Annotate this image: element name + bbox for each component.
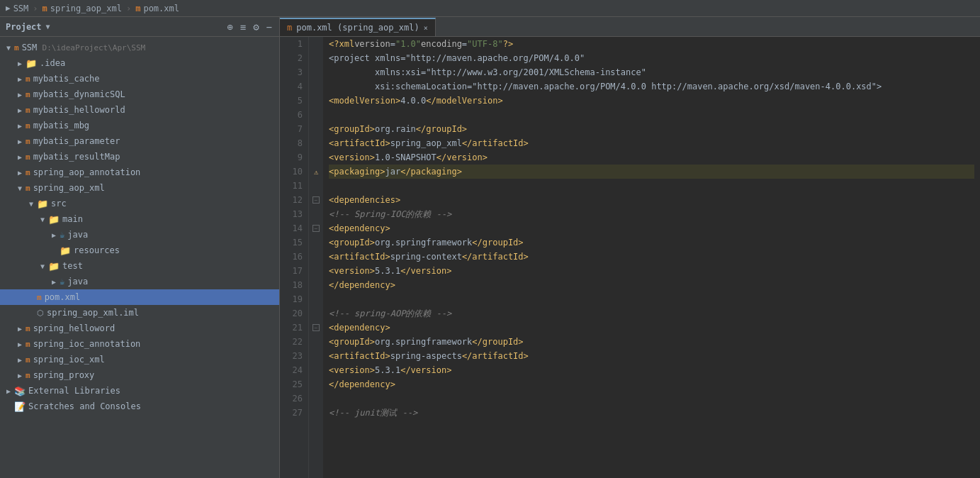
gutter-11 <box>309 179 323 193</box>
tree-item-spring-ioc-anno[interactable]: ▶ m spring_ioc_annotation <box>0 336 279 352</box>
tab-close-button[interactable]: × <box>424 24 428 32</box>
ext-libs-icon: 📚 <box>14 386 26 396</box>
tree-item-mybatis-dynamicsql[interactable]: ▶ m mybatis_dynamicSQL <box>0 87 279 102</box>
minimize-button[interactable]: − <box>265 20 274 34</box>
spring-aop-xml-icon: m <box>26 184 30 193</box>
gutter-15 <box>309 235 323 250</box>
spring-hw-arrow: ▶ <box>14 325 26 333</box>
fold-button[interactable]: − <box>312 324 320 331</box>
line-number-23: 23 <box>286 349 303 363</box>
tree-item-iml[interactable]: ⬡ spring_aop_xml.iml <box>0 305 279 321</box>
mybatis-rm-label: mybatis_resultMap <box>33 152 120 162</box>
line-number-24: 24 <box>286 363 303 377</box>
scratches-label: Scratches and Consoles <box>28 401 141 411</box>
gutter-24 <box>309 363 323 377</box>
breadcrumb-project-icon: m <box>43 4 47 13</box>
tree-item-mybatis-helloworld[interactable]: ▶ m mybatis_helloworld <box>0 102 279 118</box>
tree-item-spring-proxy[interactable]: ▶ m spring_proxy <box>0 367 279 383</box>
code-line-10: <packaging>jar</packaging> <box>329 165 974 179</box>
settings-button[interactable]: ⚙ <box>252 20 260 34</box>
tree-item-src[interactable]: ▼ 📁 src <box>0 196 279 211</box>
code-line-7: <groupId>org.rain</groupId> <box>329 122 974 136</box>
code-line-24: <version>5.3.1</version> <box>329 363 974 377</box>
code-editor[interactable]: 1234567891011121314151617181920212223242… <box>280 37 980 478</box>
gutter-12: − <box>309 193 323 207</box>
java-test-arrow: ▶ <box>48 278 60 286</box>
warning-icon: ⚠ <box>314 168 318 176</box>
tree-item-idea[interactable]: ▶ 📁 .idea <box>0 55 279 71</box>
tree-root-ssm[interactable]: ▼ m SSM D:\ideaProject\Apr\SSM <box>0 40 279 55</box>
mybatis-param-label: mybatis_parameter <box>33 136 120 146</box>
code-content[interactable]: <?xml version="1.0" encoding="UTF-8"?><p… <box>323 37 980 478</box>
src-arrow: ▼ <box>26 200 37 208</box>
line-number-21: 21 <box>286 321 303 335</box>
code-line-1: <?xml version="1.0" encoding="UTF-8"?> <box>329 37 974 51</box>
dropdown-icon[interactable]: ▼ <box>46 23 50 30</box>
tree-item-java-test[interactable]: ▶ ☕ java <box>0 274 279 289</box>
tree-item-scratches[interactable]: 📝 Scratches and Consoles <box>0 399 279 414</box>
main-arrow: ▼ <box>37 216 48 223</box>
mybatis-rm-arrow: ▶ <box>14 153 26 161</box>
sidebar-actions: ⊕ ≡ ⚙ − <box>225 20 274 34</box>
tree-item-resources[interactable]: 📁 resources <box>0 243 279 258</box>
code-line-19 <box>329 292 974 306</box>
test-folder-icon: 📁 <box>48 261 60 272</box>
code-line-3: xmlns:xsi="http://www.w3.org/2001/XMLSch… <box>329 65 974 79</box>
idea-folder-icon: 📁 <box>26 58 37 69</box>
tree-item-mybatis-cache[interactable]: ▶ m mybatis_cache <box>0 71 279 87</box>
code-line-13: <!-- Spring-IOC的依赖 --> <box>329 207 974 221</box>
tree-item-mybatis-param[interactable]: ▶ m mybatis_parameter <box>0 133 279 149</box>
mybatis-dyn-label: mybatis_dynamicSQL <box>33 89 125 99</box>
code-line-8: <artifactId>spring_aop_xml</artifactId> <box>329 136 974 150</box>
ext-libs-label: External Libraries <box>28 386 120 396</box>
tree-item-spring-aop-anno[interactable]: ▶ m spring_aop_annotation <box>0 165 279 180</box>
java-main-icon: ☕ <box>60 230 64 240</box>
tree-item-pom-xml[interactable]: m pom.xml <box>0 289 279 305</box>
scratches-icon: 📝 <box>14 401 26 412</box>
spring-proxy-label: spring_proxy <box>33 370 95 380</box>
tree-item-main[interactable]: ▼ 📁 main <box>0 211 279 227</box>
tree-item-mybatis-resultmap[interactable]: ▶ m mybatis_resultMap <box>0 149 279 165</box>
mybatis-hw-icon: m <box>26 106 30 115</box>
line-number-20: 20 <box>286 306 303 321</box>
line-number-27: 27 <box>286 406 303 420</box>
editor-area: m pom.xml (spring_aop_xml) × 12345678910… <box>280 17 980 478</box>
gutter-16 <box>309 250 323 264</box>
line-number-1: 1 <box>286 37 303 51</box>
code-line-27: <!-- junit测试 --> <box>329 406 974 420</box>
gutter-26 <box>309 391 323 406</box>
code-line-14: <dependency> <box>329 221 974 235</box>
line-number-15: 15 <box>286 235 303 250</box>
fold-button[interactable]: − <box>312 225 320 232</box>
tab-pom-xml[interactable]: m pom.xml (spring_aop_xml) × <box>280 18 436 36</box>
gutter-23 <box>309 349 323 363</box>
tree-item-spring-aop-xml[interactable]: ▼ m spring_aop_xml <box>0 180 279 196</box>
gutter-7 <box>309 122 323 136</box>
mybatis-dyn-icon: m <box>26 90 30 99</box>
tree-item-spring-hw[interactable]: ▶ m spring_helloword <box>0 321 279 336</box>
code-line-20: <!-- spring-AOP的依赖 --> <box>329 306 974 321</box>
line-number-10: 10 <box>286 165 303 179</box>
collapse-all-button[interactable]: ≡ <box>239 20 247 34</box>
mybatis-param-icon: m <box>26 137 30 146</box>
add-module-button[interactable]: ⊕ <box>225 20 234 34</box>
main-label: main <box>62 214 83 224</box>
line-number-5: 5 <box>286 94 303 108</box>
tree-item-java-main[interactable]: ▶ ☕ java <box>0 227 279 243</box>
gutter-27 <box>309 406 323 420</box>
tree-item-test[interactable]: ▼ 📁 test <box>0 258 279 274</box>
line-number-16: 16 <box>286 250 303 264</box>
gutter-22 <box>309 335 323 349</box>
spring-aop-anno-arrow: ▶ <box>14 169 26 177</box>
tree-item-ext-libs[interactable]: ▶ 📚 External Libraries <box>0 383 279 399</box>
line-numbers: 1234567891011121314151617181920212223242… <box>280 37 309 478</box>
code-line-21: <dependency> <box>329 321 974 335</box>
code-line-9: <version>1.0-SNAPSHOT</version> <box>329 150 974 165</box>
java-test-label: java <box>67 277 88 287</box>
line-number-22: 22 <box>286 335 303 349</box>
tree-item-mybatis-mbg[interactable]: ▶ m mybatis_mbg <box>0 118 279 133</box>
fold-button[interactable]: − <box>312 196 320 204</box>
line-number-7: 7 <box>286 122 303 136</box>
mybatis-cache-label: mybatis_cache <box>33 74 100 84</box>
tree-item-spring-ioc-xml[interactable]: ▶ m spring_ioc_xml <box>0 352 279 367</box>
